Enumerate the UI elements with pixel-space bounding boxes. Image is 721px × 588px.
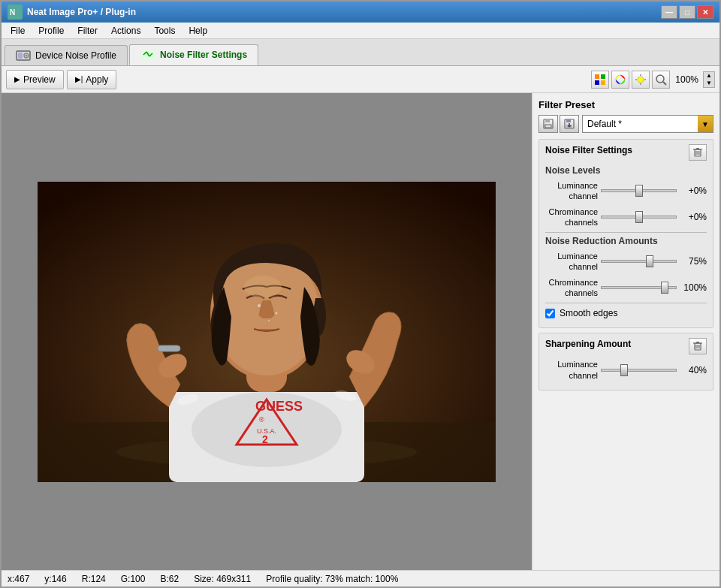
status-x: x:467 bbox=[8, 574, 29, 584]
preview-label: Preview bbox=[23, 74, 56, 85]
tab-device-profile[interactable]: Device Noise Profile bbox=[5, 45, 128, 65]
svg-rect-41 bbox=[158, 345, 180, 351]
sharpening-subsection: Sharpening Amount Luminancechanne bbox=[538, 333, 713, 390]
filter-preset-row: Default * ▼ bbox=[538, 115, 713, 133]
delete-sharpening-button[interactable] bbox=[689, 338, 707, 354]
svg-rect-54 bbox=[696, 148, 699, 149]
svg-point-36 bbox=[258, 304, 261, 307]
svg-text:N: N bbox=[10, 8, 15, 17]
menu-file[interactable]: File bbox=[5, 24, 31, 38]
load-preset-button[interactable] bbox=[560, 115, 579, 133]
svg-text:2: 2 bbox=[262, 433, 268, 445]
color-grid-icon[interactable] bbox=[591, 71, 609, 89]
noise-filter-icon bbox=[140, 49, 155, 61]
minimize-button[interactable]: — bbox=[661, 5, 677, 19]
noise-levels-section: Noise Levels Luminancechannel +0% Chromi… bbox=[545, 165, 707, 228]
sharpening-luminance-thumb[interactable] bbox=[620, 364, 628, 376]
svg-rect-12 bbox=[595, 80, 599, 85]
chrominance-reduction-thumb[interactable] bbox=[661, 282, 668, 294]
status-quality: Profile quality: 73% match: 100% bbox=[266, 574, 398, 584]
menu-tools[interactable]: Tools bbox=[148, 24, 181, 38]
svg-text:®: ® bbox=[259, 416, 264, 424]
color-wheel-icon[interactable] bbox=[611, 71, 629, 89]
preset-dropdown[interactable]: Default * ▼ bbox=[582, 115, 713, 133]
device-profile-icon bbox=[16, 50, 31, 62]
luminance-noise-level-row: Luminancechannel +0% bbox=[545, 180, 707, 202]
zoom-scroll[interactable]: ▲ ▼ bbox=[703, 71, 715, 88]
sharpening-header: Sharpening Amount bbox=[545, 338, 707, 354]
luminance-reduction-row: Luminancechannel 75% bbox=[545, 251, 707, 273]
chrominance-noise-value: +0% bbox=[680, 212, 707, 222]
noise-filter-subsection: Noise Filter Settings No bbox=[538, 139, 713, 328]
luminance-reduction-slider[interactable] bbox=[601, 255, 677, 267]
zoom-level: 100% bbox=[672, 74, 701, 85]
svg-point-37 bbox=[276, 312, 278, 314]
sharpening-luminance-row: Luminancechannel 40% bbox=[545, 359, 707, 381]
chrominance-reduction-row: Chrominancechannels 100% bbox=[545, 277, 707, 299]
chrominance-noise-slider[interactable] bbox=[601, 211, 677, 223]
svg-line-21 bbox=[663, 82, 666, 85]
smooth-edges-row: Smooth edges bbox=[545, 308, 707, 318]
chrominance-noise-level-row: Chrominancechannels +0% bbox=[545, 207, 707, 228]
chrominance-reduction-slider[interactable] bbox=[601, 282, 677, 294]
sharpening-title: Sharpening Amount bbox=[545, 339, 631, 349]
right-panel: Filter Preset bbox=[532, 93, 719, 570]
close-button[interactable]: ✕ bbox=[697, 5, 713, 19]
tab-noise-filter[interactable]: Noise Filter Settings bbox=[129, 44, 258, 65]
zoom-display: 100% ▲ ▼ bbox=[672, 71, 715, 88]
svg-rect-47 bbox=[545, 125, 551, 128]
svg-point-5 bbox=[26, 55, 28, 57]
smooth-edges-checkbox[interactable] bbox=[545, 309, 555, 318]
noise-reduction-section: Noise Reduction Amounts Luminancechannel… bbox=[545, 236, 707, 298]
preview-button[interactable]: ▶ Preview bbox=[6, 70, 64, 89]
luminance-reduction-thumb[interactable] bbox=[646, 255, 653, 267]
smooth-edges-label: Smooth edges bbox=[560, 308, 617, 318]
delete-noise-filter-button[interactable] bbox=[689, 144, 707, 161]
preview-play-icon: ▶ bbox=[14, 75, 20, 83]
luminance-noise-label: Luminancechannel bbox=[545, 180, 598, 202]
window-title: Neat Image Pro+ / Plug-in bbox=[27, 7, 136, 17]
maximize-button[interactable]: □ bbox=[679, 5, 695, 19]
app-window: N Neat Image Pro+ / Plug-in — □ ✕ File P… bbox=[0, 0, 721, 588]
menu-filter[interactable]: Filter bbox=[71, 24, 104, 38]
svg-rect-3 bbox=[18, 53, 23, 59]
status-bar: x:467 y:146 R:124 G:100 B:62 Size: 469x3… bbox=[2, 570, 719, 586]
chrominance-noise-thumb[interactable] bbox=[635, 211, 643, 223]
menu-profile[interactable]: Profile bbox=[32, 24, 70, 38]
status-size: Size: 469x311 bbox=[194, 574, 251, 584]
zoom-icon[interactable] bbox=[652, 71, 670, 89]
brightness-icon[interactable] bbox=[632, 71, 650, 89]
noise-filter-label: Noise Filter Settings bbox=[160, 50, 247, 60]
chrominance-noise-label: Chrominancechannels bbox=[545, 207, 598, 228]
preset-dropdown-arrow[interactable]: ▼ bbox=[698, 116, 713, 132]
luminance-noise-thumb[interactable] bbox=[635, 185, 643, 197]
divider-1 bbox=[545, 232, 707, 233]
chrominance-reduction-label: Chrominancechannels bbox=[545, 277, 598, 299]
sharpening-luminance-label: Luminancechannel bbox=[545, 359, 598, 381]
luminance-reduction-value: 75% bbox=[680, 256, 707, 267]
menu-help[interactable]: Help bbox=[183, 24, 213, 38]
zoom-down-button[interactable]: ▼ bbox=[704, 80, 714, 87]
menu-actions[interactable]: Actions bbox=[105, 24, 146, 38]
luminance-noise-slider[interactable] bbox=[601, 185, 677, 197]
luminance-reduction-label: Luminancechannel bbox=[545, 251, 598, 273]
toolbar: ▶ Preview ▶| Apply bbox=[2, 66, 719, 93]
tab-bar: Device Noise Profile Noise Filter Settin… bbox=[2, 39, 719, 66]
zoom-up-button[interactable]: ▲ bbox=[704, 72, 714, 80]
menu-bar: File Profile Filter Actions Tools Help bbox=[2, 23, 719, 39]
title-bar: N Neat Image Pro+ / Plug-in — □ ✕ bbox=[2, 2, 719, 23]
save-preset-button[interactable] bbox=[538, 115, 558, 133]
noise-filter-settings-title: Noise Filter Settings bbox=[545, 145, 632, 155]
svg-rect-13 bbox=[601, 80, 605, 85]
title-bar-left: N Neat Image Pro+ / Plug-in bbox=[8, 5, 136, 20]
image-area[interactable]: GUESS ® U.S.A. 2 bbox=[2, 93, 532, 570]
sharpening-luminance-slider[interactable] bbox=[601, 364, 677, 376]
svg-point-15 bbox=[638, 77, 644, 83]
filter-preset-section: Filter Preset bbox=[538, 99, 713, 133]
divider-2 bbox=[545, 303, 707, 303]
status-r: R:124 bbox=[82, 574, 106, 584]
toolbar-right: 100% ▲ ▼ bbox=[591, 71, 715, 89]
preset-value: Default * bbox=[583, 117, 698, 131]
apply-button[interactable]: ▶| Apply bbox=[67, 70, 117, 89]
status-b: B:62 bbox=[160, 574, 179, 584]
